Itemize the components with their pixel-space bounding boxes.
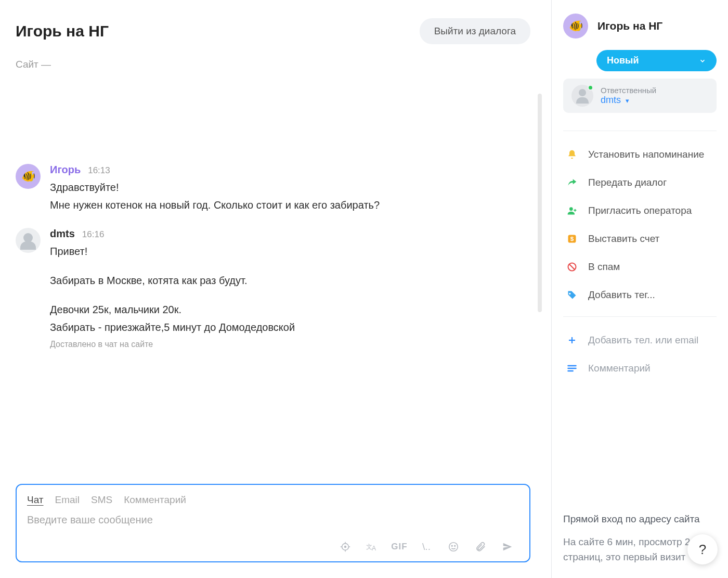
scrollbar[interactable] — [538, 94, 542, 312]
message-line: Девочки 25к, мальчики 20к. — [50, 301, 528, 318]
tag-icon — [565, 288, 579, 302]
message: dmts16:16Привет!Забирать в Москве, котят… — [16, 228, 528, 349]
responsible-name[interactable]: dmts ▾ — [601, 95, 656, 106]
gif-icon[interactable]: GIF — [392, 540, 407, 554]
sidebar-action-plus[interactable]: Добавить тел. или email — [563, 326, 717, 354]
bell-icon — [565, 148, 579, 161]
svg-point-1 — [345, 546, 346, 548]
chevron-down-icon: ▾ — [626, 97, 629, 105]
site-line: Сайт — — [16, 59, 551, 70]
status-dropdown[interactable]: Новый — [596, 50, 717, 71]
message: 🐠Игорь16:13Здравствуйте!Мне нужен котено… — [16, 164, 528, 214]
message-line: Забирать в Москве, котята как раз будут. — [50, 272, 528, 289]
action-label: Пригласить оператора — [588, 205, 692, 216]
fish-icon: 🐠 — [569, 19, 583, 33]
plus-icon — [565, 333, 579, 347]
message-header: Игорь16:13 — [50, 164, 528, 176]
composer-tabs: ЧатEmailSMSКомментарий — [27, 494, 519, 506]
share-icon — [565, 176, 579, 189]
svg-line-15 — [569, 264, 575, 269]
svg-point-9 — [451, 545, 452, 546]
action-label: Установить напоминание — [588, 149, 704, 160]
comment-icon — [565, 362, 579, 375]
message-header: dmts16:16 — [50, 228, 528, 240]
main-panel: Игорь на НГ Выйти из диалога Сайт — 🐠Иго… — [0, 0, 551, 578]
message-body: Игорь16:13Здравствуйте!Мне нужен котенок… — [50, 164, 528, 214]
sidebar-action-comment[interactable]: Комментарий — [563, 354, 717, 382]
exit-dialog-button[interactable]: Выйти из диалога — [420, 18, 530, 44]
message-time: 16:13 — [88, 165, 110, 176]
message-author: Игорь — [50, 164, 81, 176]
message-avatar — [16, 228, 41, 253]
translate-icon[interactable]: 文A — [365, 540, 380, 554]
action-label: Комментарий — [588, 363, 651, 374]
svg-text:A: A — [372, 545, 376, 552]
sidebar-action-share[interactable]: Передать диалог — [563, 169, 717, 197]
contact-title: Игорь на НГ — [597, 20, 662, 32]
attach-icon[interactable] — [473, 540, 488, 554]
sidebar-action-bell[interactable]: Установить напоминание — [563, 140, 717, 169]
messages-list: 🐠Игорь16:13Здравствуйте!Мне нужен котено… — [16, 164, 551, 479]
composer-tab-чат[interactable]: Чат — [27, 494, 44, 506]
message-line: Мне нужен котенок на новый год. Сколько … — [50, 197, 528, 213]
direct-entry-text: Прямой вход по адресу сайта — [563, 512, 717, 527]
action-label: Добавить тел. или email — [588, 335, 698, 346]
action-label: Добавить тег... — [588, 289, 655, 301]
svg-text:$: $ — [570, 235, 574, 242]
sidebar-action-invoice[interactable]: $Выставить счет — [563, 225, 717, 253]
sidebar-action-invite[interactable]: Пригласить оператора — [563, 197, 717, 225]
operator-avatar — [571, 85, 593, 107]
message-author: dmts — [50, 228, 75, 240]
help-button[interactable]: ? — [687, 534, 718, 564]
header-row: Игорь на НГ Выйти из диалога — [16, 18, 551, 44]
composer-input[interactable]: Введите ваше сообщение — [27, 514, 519, 526]
sidebar: 🐠 Игорь на НГ Новый Ответственный dmts ▾… — [551, 0, 728, 578]
chevron-down-icon — [699, 57, 706, 65]
emoji-icon[interactable] — [446, 540, 461, 554]
responsible-label: Ответственный — [601, 86, 656, 95]
fish-icon: 🐠 — [21, 170, 35, 183]
svg-point-11 — [569, 207, 573, 211]
action-label: В спам — [588, 261, 620, 273]
contact-avatar: 🐠 — [563, 14, 588, 38]
action-label: Выставить счет — [588, 233, 659, 245]
divider — [563, 131, 717, 131]
sidebar-header: 🐠 Игорь на НГ — [563, 14, 717, 38]
status-label: Новый — [607, 55, 639, 66]
composer: ЧатEmailSMSКомментарий Введите ваше сооб… — [16, 484, 530, 562]
delivery-status: Доставлено в чат на сайте — [50, 340, 528, 349]
composer-tab-sms[interactable]: SMS — [91, 494, 112, 506]
divider — [563, 316, 717, 317]
responsible-card[interactable]: Ответственный dmts ▾ — [563, 79, 717, 113]
composer-tab-комментарий[interactable]: Комментарий — [124, 494, 186, 506]
message-text: Здравствуйте!Мне нужен котенок на новый … — [50, 179, 528, 213]
svg-point-10 — [454, 545, 456, 546]
send-icon[interactable] — [500, 540, 515, 554]
message-time: 16:16 — [82, 229, 105, 240]
message-text: Привет!Забирать в Москве, котята как раз… — [50, 243, 528, 336]
message-line: Здравствуйте! — [50, 179, 528, 196]
composer-tab-email[interactable]: Email — [55, 494, 80, 506]
composer-tools: 文A GIF \.. — [27, 540, 519, 554]
sidebar-action-tag[interactable]: Добавить тег... — [563, 281, 717, 309]
online-dot-icon — [588, 85, 593, 91]
sidebar-action-spam[interactable]: В спам — [563, 253, 717, 281]
spam-icon — [565, 260, 579, 274]
message-avatar: 🐠 — [16, 164, 41, 189]
sidebar-extras: Добавить тел. или emailКомментарий — [563, 326, 717, 382]
action-label: Передать диалог — [588, 177, 667, 188]
message-line: Забирать - приезжайте,5 минут до Домодед… — [50, 319, 528, 336]
target-icon[interactable] — [338, 540, 353, 554]
slash-command-icon[interactable]: \.. — [419, 540, 434, 554]
sidebar-actions: Установить напоминаниеПередать диалогПри… — [563, 140, 717, 309]
page-title: Игорь на НГ — [16, 22, 109, 40]
message-line: Привет! — [50, 243, 528, 260]
message-body: dmts16:16Привет!Забирать в Москве, котят… — [50, 228, 528, 349]
svg-point-8 — [449, 543, 458, 551]
invoice-icon: $ — [565, 232, 579, 246]
invite-icon — [565, 204, 579, 217]
